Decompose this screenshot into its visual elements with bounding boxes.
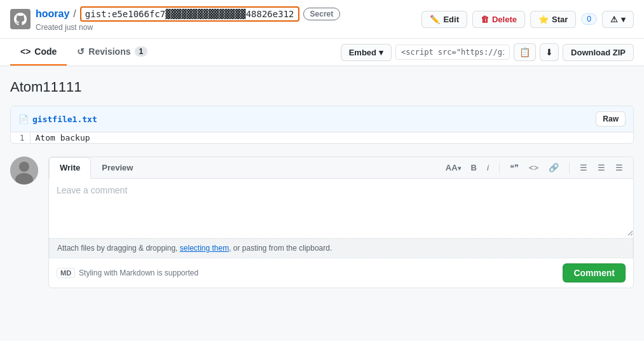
italic-button[interactable]: i: [484, 162, 491, 174]
star-icon: ⭐: [538, 15, 549, 24]
download-zip-button[interactable]: Download ZIP: [563, 44, 634, 61]
tab-code[interactable]: <> Code: [10, 39, 67, 66]
selecting-link[interactable]: selecting them: [180, 244, 229, 253]
logo: [10, 9, 31, 29]
code-button[interactable]: <>: [526, 162, 541, 174]
embed-input[interactable]: [395, 45, 510, 60]
svg-point-1: [19, 162, 29, 172]
secret-badge: Secret: [303, 8, 341, 20]
toolbar-separator2: [569, 163, 570, 173]
file-icon: 📄: [18, 115, 29, 124]
copy-icon: 📋: [519, 47, 530, 57]
markdown-icon: MD: [57, 268, 75, 278]
header-actions: ✏️ Edit 🗑 Delete ⭐ Star 0 ⚠ ▾: [421, 11, 634, 28]
file-header: 📄 gistfile1.txt Raw: [11, 106, 633, 132]
chevron-down-icon: ▾: [621, 15, 626, 24]
chevron-down-icon: ▾: [379, 48, 383, 57]
toolbar-separator: [499, 163, 500, 173]
tab-write[interactable]: Write: [49, 157, 91, 179]
file-box: 📄 gistfile1.txt Raw 1Atom backup: [10, 106, 634, 144]
tabs-bar: <> Code ↺ Revisions 1 Embed ▾ 📋 ⬇ Downlo…: [0, 39, 644, 66]
ol-button[interactable]: ☰: [595, 162, 608, 174]
indent-button[interactable]: ☰: [613, 162, 626, 174]
edit-icon: ✏️: [430, 15, 440, 24]
delete-button[interactable]: 🗑 Delete: [472, 11, 525, 28]
file-name: 📄 gistfile1.txt: [18, 115, 97, 124]
comment-button[interactable]: Comment: [563, 263, 626, 282]
username[interactable]: hooray: [36, 8, 69, 20]
heading-button[interactable]: AA▾: [443, 162, 463, 174]
line-number: 1: [11, 132, 30, 143]
comment-tabs: Write Preview AA▾ B i ❝❞ <> 🔗 ☰ ☰ ☰: [49, 157, 633, 179]
ul-button[interactable]: ☰: [577, 162, 590, 174]
tab-revisions[interactable]: ↺ Revisions 1: [67, 39, 158, 66]
gist-title: Atom11111: [10, 79, 634, 95]
quote-button[interactable]: ❝❞: [507, 162, 521, 174]
avatar: [10, 157, 38, 184]
bold-button[interactable]: B: [469, 162, 479, 174]
table-row: 1Atom backup: [11, 132, 633, 143]
created-text: Created just now: [36, 23, 340, 32]
raw-button[interactable]: Raw: [596, 111, 626, 127]
comment-section: Write Preview AA▾ B i ❝❞ <> 🔗 ☰ ☰ ☰: [10, 157, 634, 288]
comment-actions: MD Styling with Markdown is supported Co…: [49, 258, 633, 288]
separator: /: [73, 8, 76, 20]
code-cell: Atom backup: [30, 132, 633, 143]
comment-textarea[interactable]: [49, 179, 633, 236]
link-button[interactable]: 🔗: [546, 162, 561, 174]
more-button[interactable]: ⚠ ▾: [602, 11, 634, 28]
code-table: 1Atom backup: [11, 132, 633, 143]
comment-box: Write Preview AA▾ B i ❝❞ <> 🔗 ☰ ☰ ☰: [48, 157, 634, 288]
markdown-hint: MD Styling with Markdown is supported: [57, 268, 198, 278]
repo-path: hooray / gist:e5e1066fc7▓▓▓▓▓▓▓▓▓▓▓▓▓▓▓4…: [36, 6, 340, 32]
revisions-icon: ↺: [77, 46, 85, 57]
copy-button[interactable]: 📋: [514, 43, 536, 61]
toolbar-right: Embed ▾ 📋 ⬇ Download ZIP: [341, 43, 634, 61]
main-content: Atom11111 📄 gistfile1.txt Raw 1Atom back…: [0, 66, 644, 301]
attach-bar: Attach files by dragging & dropping, sel…: [49, 238, 633, 258]
embed-button[interactable]: Embed ▾: [341, 44, 392, 61]
delete-icon: 🗑: [481, 15, 489, 24]
tab-preview[interactable]: Preview: [91, 157, 144, 178]
revisions-count: 1: [135, 46, 148, 57]
star-count: 0: [581, 13, 597, 25]
star-button[interactable]: ⭐ Star: [530, 11, 576, 28]
edit-button[interactable]: ✏️ Edit: [421, 11, 467, 28]
page-header: hooray / gist:e5e1066fc7▓▓▓▓▓▓▓▓▓▓▓▓▓▓▓4…: [0, 0, 644, 39]
gist-id[interactable]: gist:e5e1066fc7▓▓▓▓▓▓▓▓▓▓▓▓▓▓▓48826e312: [80, 6, 299, 22]
tabs: <> Code ↺ Revisions 1: [10, 39, 158, 66]
header-left: hooray / gist:e5e1066fc7▓▓▓▓▓▓▓▓▓▓▓▓▓▓▓4…: [10, 6, 340, 32]
code-icon: <>: [20, 46, 31, 57]
download-icon-button[interactable]: ⬇: [540, 43, 559, 61]
download-icon: ⬇: [545, 47, 553, 57]
alert-icon: ⚠: [610, 15, 618, 24]
